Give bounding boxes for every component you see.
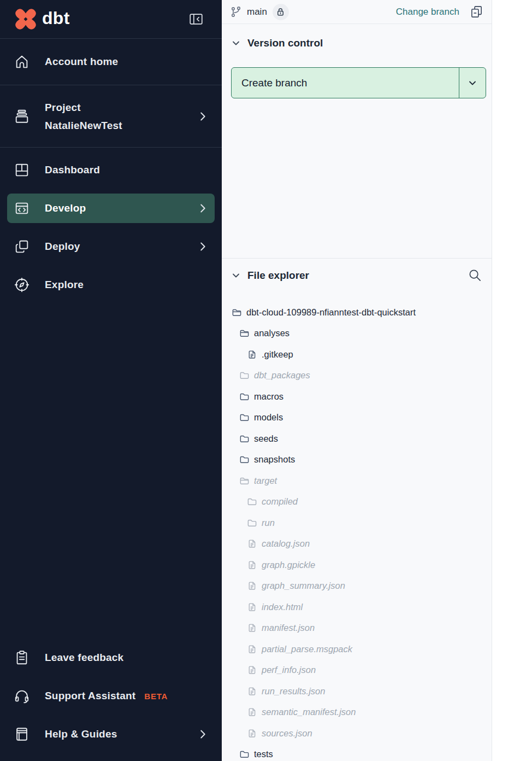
tree-item-macros[interactable]: macros: [222, 386, 492, 407]
version-control-header[interactable]: Version control: [231, 37, 483, 49]
tree-item-run[interactable]: run: [222, 512, 492, 534]
tree-item-graph.gpickle[interactable]: graph.gpickle: [222, 554, 492, 576]
sidebar-item-label: Dashboard: [45, 164, 100, 176]
change-branch-link[interactable]: Change branch: [396, 7, 459, 17]
chevron-right-icon: [197, 728, 209, 740]
sidebar-nav-group: Dashboard Develop: [0, 155, 222, 300]
current-branch-name: main: [247, 7, 267, 17]
lock-icon: [275, 7, 286, 17]
tree-item-tests[interactable]: tests: [222, 744, 492, 761]
tree-item-dbt_packages[interactable]: dbt_packages: [222, 365, 492, 387]
tree-item-label: compiled: [262, 496, 298, 507]
sidebar-item-leave-feedback[interactable]: Leave feedback: [7, 643, 215, 672]
sidebar-item-label: Develop: [45, 202, 86, 214]
app: dbt Account home: [0, 0, 532, 761]
folder-icon: [239, 454, 250, 465]
deploy-icon: [13, 238, 31, 255]
folder-icon: [239, 370, 250, 380]
tree-item-label: sources.json: [262, 728, 312, 739]
tree-item-index.html[interactable]: index.html: [222, 596, 492, 618]
tree-item-compiled[interactable]: compiled: [222, 491, 492, 513]
dashboard-icon: [13, 162, 31, 178]
right-gutter: [493, 0, 532, 761]
sidebar-item-help-guides[interactable]: Help & Guides: [7, 719, 215, 749]
file-icon: [247, 349, 257, 360]
tree-item-analyses[interactable]: analyses: [222, 323, 492, 344]
file-explorer-header[interactable]: File explorer: [222, 268, 492, 282]
tree-item-label: graph_summary.json: [262, 581, 345, 591]
tree-item-catalog.json[interactable]: catalog.json: [222, 534, 492, 555]
develop-icon: [13, 200, 31, 216]
folder-open-icon: [232, 307, 242, 318]
tree-item-semantic_manifest.json[interactable]: semantic_manifest.json: [222, 702, 492, 723]
tree-item-label: semantic_manifest.json: [262, 707, 356, 717]
tree-item-manifest.json[interactable]: manifest.json: [222, 618, 492, 639]
tree-item-seeds[interactable]: seeds: [222, 428, 492, 449]
collapse-sidebar-icon[interactable]: [188, 11, 204, 27]
search-icon[interactable]: [468, 268, 482, 282]
sidebar-logo-row: dbt: [0, 0, 222, 39]
explore-icon: [13, 277, 31, 293]
tree-item-label: run: [262, 518, 275, 528]
section-title: File explorer: [247, 270, 309, 282]
sidebar-item-explore[interactable]: Explore: [7, 270, 215, 300]
folder-icon: [239, 434, 250, 444]
tree-item-perf_info.json[interactable]: perf_info.json: [222, 660, 492, 681]
sidebar-item-label: Explore: [45, 279, 84, 291]
tree-item-snapshots[interactable]: snapshots: [222, 449, 492, 471]
create-branch-label[interactable]: Create branch: [232, 68, 459, 98]
tree-item-graph_summary.json[interactable]: graph_summary.json: [222, 576, 492, 597]
book-icon: [13, 726, 31, 742]
sidebar-item-label: Help & Guides: [45, 728, 117, 740]
sidebar-item-deploy[interactable]: Deploy: [7, 232, 215, 261]
tree-item-sources.json[interactable]: sources.json: [222, 723, 492, 744]
sidebar-item-account-home[interactable]: Account home: [0, 39, 222, 85]
tree-item-label: perf_info.json: [262, 665, 316, 675]
tree-item-label: graph.gpickle: [262, 560, 315, 570]
chevron-down-icon: [231, 271, 241, 280]
folder-icon: [239, 412, 250, 423]
chevron-right-icon: [197, 110, 209, 122]
tree-item-dbt-cloud-109989-nfianntest-dbt-quickstart[interactable]: dbt-cloud-109989-nfianntest-dbt-quicksta…: [222, 302, 492, 323]
folder-icon: [247, 496, 257, 507]
tree-item-run_results.json[interactable]: run_results.json: [222, 681, 492, 702]
sidebar-item-label: Leave feedback: [45, 652, 123, 664]
tree-item-label: dbt-cloud-109989-nfianntest-dbt-quicksta…: [246, 307, 416, 318]
chevron-right-icon: [197, 241, 209, 253]
tree-item-label: manifest.json: [262, 623, 315, 633]
file-icon: [247, 644, 257, 654]
file-tree: dbt-cloud-109989-nfianntest-dbt-quicksta…: [222, 302, 492, 761]
tree-item-label: seeds: [254, 434, 278, 444]
tree-item-.gitkeep[interactable]: .gitkeep: [222, 344, 492, 365]
tree-item-models[interactable]: models: [222, 407, 492, 429]
clipboard-icon: [13, 649, 31, 666]
project-icon: [13, 108, 31, 125]
project-line: Project: [45, 98, 122, 116]
tree-item-label: catalog.json: [262, 538, 310, 549]
file-icon: [247, 602, 257, 612]
sidebar-item-dashboard[interactable]: Dashboard: [7, 155, 215, 185]
tree-item-label: dbt_packages: [254, 370, 310, 380]
folder-icon: [247, 518, 257, 528]
develop-side-panel: main Change branch: [222, 0, 492, 761]
beta-badge: BETA: [144, 692, 168, 701]
tree-item-label: analyses: [254, 328, 289, 338]
project-name: NatalieNewTest: [45, 116, 122, 134]
file-icon: [247, 623, 257, 633]
dbt-logo: dbt: [14, 8, 70, 31]
copy-icon[interactable]: [470, 5, 483, 19]
sidebar-item-support-assistant[interactable]: Support Assistant BETA: [7, 681, 215, 711]
sidebar-item-project[interactable]: Project NatalieNewTest: [0, 85, 222, 148]
create-branch-caret[interactable]: [459, 68, 486, 98]
create-branch-button[interactable]: Create branch: [231, 67, 486, 98]
chevron-right-icon: [197, 202, 209, 214]
tree-item-label: .gitkeep: [262, 349, 293, 360]
branch-protected-badge: [273, 4, 289, 20]
tree-item-target[interactable]: target: [222, 470, 492, 491]
sidebar-item-develop[interactable]: Develop: [7, 194, 215, 223]
tree-item-partial_parse.msgpack[interactable]: partial_parse.msgpack: [222, 639, 492, 660]
file-icon: [247, 707, 257, 717]
tree-item-label: snapshots: [254, 454, 295, 465]
git-branch-icon: [230, 6, 242, 18]
folder-open-icon: [239, 328, 250, 338]
